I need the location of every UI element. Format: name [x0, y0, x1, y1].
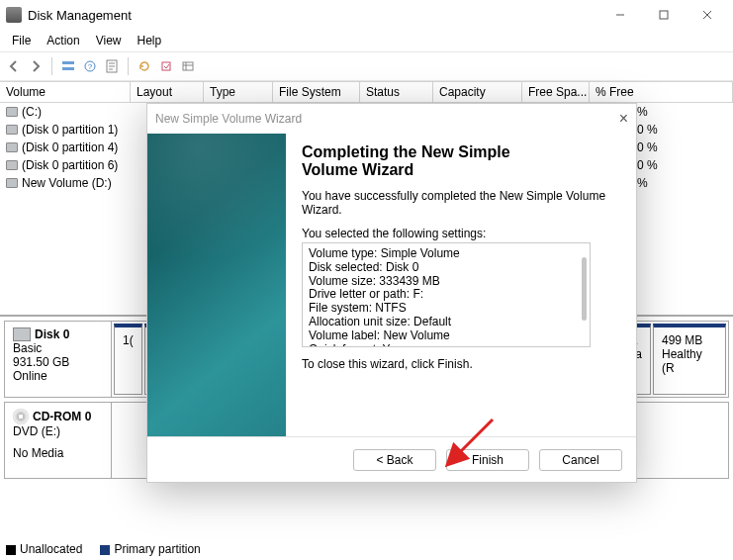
view-details-icon[interactable]	[58, 56, 78, 76]
disk-0-info[interactable]: Disk 0 Basic 931.50 GB Online	[5, 322, 112, 397]
menubar: File Action View Help	[0, 30, 733, 51]
drive-icon	[6, 125, 18, 135]
summary-line: Quick format: Yes	[309, 343, 566, 347]
summary-line: File system: NTFS	[309, 302, 566, 316]
col-status[interactable]: Status	[360, 82, 433, 102]
wizard-settings-box[interactable]: Volume type: Simple Volume Disk selected…	[302, 242, 591, 347]
col-pctfree[interactable]: % Free	[590, 82, 733, 102]
partition-size: 499 MB	[662, 333, 717, 347]
cancel-button[interactable]: Cancel	[539, 449, 622, 471]
menu-file[interactable]: File	[4, 32, 39, 49]
legend: Unallocated Primary partition	[6, 542, 201, 556]
legend-primary: Primary partition	[114, 542, 200, 556]
wizard-settings-label: You selected the following settings:	[302, 227, 620, 240]
summary-line: Volume size: 333439 MB	[309, 275, 566, 289]
summary-line: Volume type: Simple Volume	[309, 247, 566, 261]
cdrom-info[interactable]: CD-ROM 0 DVD (E:) No Media	[5, 403, 112, 478]
svg-rect-2	[62, 67, 74, 70]
disk-name: Disk 0	[35, 327, 69, 341]
disk-type: Basic	[13, 341, 103, 355]
volume-name: (Disk 0 partition 1)	[22, 123, 118, 137]
menu-help[interactable]: Help	[130, 32, 170, 49]
wizard-heading: Completing the New Simple Volume Wizard	[302, 143, 620, 179]
pct-free: 0 %	[631, 157, 733, 173]
summary-line: Allocation unit size: Default	[309, 316, 566, 329]
drive-icon	[6, 178, 18, 188]
wizard-banner	[147, 134, 286, 436]
window-title: Disk Management	[28, 8, 132, 23]
help-icon[interactable]: ?	[80, 56, 100, 76]
col-capacity[interactable]: Capacity	[433, 82, 522, 102]
scrollbar-thumb[interactable]	[582, 257, 587, 321]
optical-disc-icon	[13, 409, 29, 424]
toolbar: ?	[0, 51, 733, 81]
svg-rect-1	[62, 61, 74, 64]
wizard-close-text: To close this wizard, click Finish.	[302, 357, 620, 371]
properties-icon[interactable]	[102, 56, 122, 76]
forward-icon[interactable]	[26, 56, 46, 76]
list-icon[interactable]	[178, 56, 198, 76]
finish-button[interactable]: Finish	[446, 449, 529, 471]
pct-free: %	[631, 175, 733, 191]
wizard-button-row: < Back Finish Cancel	[147, 436, 636, 482]
refresh-icon[interactable]	[135, 56, 154, 76]
disk-size: 931.50 GB	[13, 355, 103, 369]
divider	[128, 57, 129, 75]
back-icon[interactable]	[4, 56, 24, 76]
cdrom-name: CD-ROM 0	[33, 410, 91, 423]
titlebar: Disk Management	[0, 0, 733, 30]
pct-free: %	[631, 104, 733, 120]
pct-free: 0 %	[631, 122, 733, 138]
wizard-dialog: New Simple Volume Wizard × Completing th…	[146, 103, 637, 483]
checkbox-icon[interactable]	[156, 56, 176, 76]
legend-swatch-unallocated	[6, 545, 16, 555]
divider	[51, 57, 52, 75]
pct-free: 0 %	[631, 140, 733, 155]
col-fs[interactable]: File System	[273, 82, 360, 102]
volume-list-header: Volume Layout Type File System Status Ca…	[0, 81, 733, 103]
svg-rect-6	[162, 62, 170, 70]
summary-line: Disk selected: Disk 0	[309, 261, 566, 275]
svg-text:?: ?	[88, 62, 93, 71]
wizard-success-text: You have successfully completed the New …	[302, 189, 620, 217]
volume-name: New Volume (D:)	[22, 176, 112, 190]
summary-line: Drive letter or path: F:	[309, 288, 566, 302]
legend-unallocated: Unallocated	[20, 542, 82, 556]
app-icon	[6, 7, 22, 23]
volume-name: (Disk 0 partition 4)	[22, 140, 118, 154]
partition[interactable]: 1(	[114, 324, 142, 395]
drive-icon	[6, 160, 18, 170]
cdrom-drive: DVD (E:)	[13, 424, 103, 438]
partition-status: Healthy (R	[662, 347, 717, 375]
menu-view[interactable]: View	[88, 32, 130, 49]
drive-icon	[6, 107, 18, 117]
partition[interactable]: 499 MB Healthy (R	[653, 324, 726, 395]
back-button[interactable]: < Back	[353, 449, 436, 471]
close-button[interactable]	[686, 1, 729, 29]
col-volume[interactable]: Volume	[0, 82, 131, 102]
menu-action[interactable]: Action	[39, 32, 87, 49]
summary-line: Volume label: New Volume	[309, 329, 566, 343]
cdrom-status: No Media	[13, 446, 103, 460]
volume-name: (C:)	[22, 105, 42, 119]
legend-swatch-primary	[100, 545, 110, 555]
dialog-close-button[interactable]: ×	[619, 111, 628, 127]
drive-icon	[6, 142, 18, 152]
col-free[interactable]: Free Spa...	[522, 82, 590, 102]
disk-icon	[13, 327, 31, 341]
maximize-button[interactable]	[642, 1, 686, 29]
svg-rect-7	[183, 62, 193, 70]
svg-rect-0	[660, 11, 668, 19]
minimize-button[interactable]	[598, 1, 642, 29]
volume-name: (Disk 0 partition 6)	[22, 158, 118, 172]
disk-status: Online	[13, 369, 103, 383]
